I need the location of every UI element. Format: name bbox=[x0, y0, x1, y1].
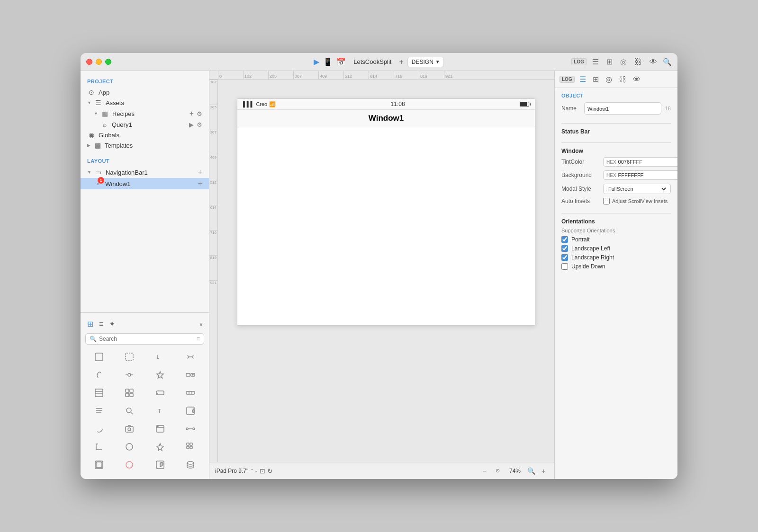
widget-gesture[interactable] bbox=[84, 366, 114, 383]
widget-star[interactable] bbox=[145, 366, 175, 383]
name-input[interactable] bbox=[587, 106, 658, 112]
tint-color-row: TintColor HEX bbox=[561, 157, 671, 167]
landscape-right-checkbox[interactable] bbox=[561, 254, 568, 261]
sidebar-item-recipes[interactable]: ▼ ▦ Recipes + ⚙ bbox=[81, 108, 209, 119]
widget-resize[interactable] bbox=[84, 438, 114, 455]
run-query-btn[interactable]: ▶ bbox=[189, 121, 194, 128]
panel-chevron[interactable]: ∨ bbox=[199, 321, 203, 328]
widget-circle[interactable] bbox=[115, 438, 144, 455]
close-button[interactable] bbox=[86, 59, 92, 65]
add-window-btn[interactable]: + bbox=[198, 179, 202, 188]
settings-query-btn[interactable]: ⚙ bbox=[197, 121, 202, 128]
zoom-in-btn[interactable]: + bbox=[538, 466, 549, 476]
star-view-btn[interactable]: ✦ bbox=[108, 319, 116, 329]
widget-star2[interactable] bbox=[145, 438, 175, 455]
widget-textfield[interactable] bbox=[145, 384, 175, 401]
widget-segmented[interactable] bbox=[176, 384, 205, 401]
device-chevron-icon[interactable]: ⌃⌄ bbox=[250, 468, 258, 473]
zoom-level: 74% bbox=[505, 468, 524, 474]
device-icon[interactable]: 📱 bbox=[323, 57, 333, 66]
widget-label[interactable]: L bbox=[145, 348, 175, 365]
search-icon[interactable]: 🔍 bbox=[663, 58, 672, 66]
target-icon[interactable]: ◎ bbox=[618, 56, 629, 67]
calendar-icon[interactable]: 📅 bbox=[336, 57, 346, 66]
log-badge[interactable]: LOG bbox=[571, 58, 587, 65]
prop-list-btn[interactable]: ☰ bbox=[578, 74, 588, 85]
portrait-checkbox[interactable] bbox=[561, 236, 568, 243]
log-badge2[interactable]: LOG bbox=[559, 76, 575, 83]
background-value[interactable] bbox=[618, 172, 677, 178]
zoom-reset-btn[interactable]: ⊙ bbox=[492, 466, 503, 476]
widget-camera[interactable] bbox=[115, 420, 144, 437]
search-input[interactable] bbox=[99, 336, 194, 342]
tint-color-input[interactable]: HEX bbox=[603, 157, 677, 167]
widget-multitext[interactable] bbox=[84, 402, 114, 419]
landscape-left-checkbox[interactable] bbox=[561, 245, 568, 252]
name-count: 18 bbox=[665, 106, 671, 111]
sidebar-item-app[interactable]: ⊙ App bbox=[81, 87, 209, 98]
tint-color-value[interactable] bbox=[618, 159, 677, 165]
sidebar-item-globals[interactable]: ◉ Globals bbox=[81, 130, 209, 140]
widget-view[interactable] bbox=[84, 348, 114, 365]
add-navbar-btn[interactable]: + bbox=[198, 168, 202, 177]
ruler-v-inner: 102 205 307 409 512 614 716 819 921 bbox=[209, 80, 217, 305]
sidebar-item-window1[interactable]: ▫ 1 Window1 + bbox=[81, 178, 209, 189]
widget-grid2[interactable] bbox=[115, 384, 144, 401]
widget-db[interactable] bbox=[176, 456, 205, 473]
zoom-search-btn[interactable]: 🔍 bbox=[527, 467, 535, 475]
eye-icon[interactable]: 👁 bbox=[648, 57, 659, 67]
list-view-btn[interactable]: ☰ bbox=[590, 56, 601, 67]
design-button[interactable]: DESIGN ▼ bbox=[407, 57, 444, 67]
widget-dashed[interactable] bbox=[115, 348, 144, 365]
maximize-button[interactable] bbox=[105, 59, 111, 65]
run-icon[interactable]: ▶ bbox=[314, 57, 319, 66]
widget-stack[interactable] bbox=[84, 456, 114, 473]
svg-rect-32 bbox=[126, 426, 133, 432]
sidebar-controls: ⊞ ≡ ✦ ∨ bbox=[81, 317, 209, 331]
prop-target-btn[interactable]: ◎ bbox=[604, 74, 614, 85]
tint-hex-label: HEX bbox=[606, 160, 616, 165]
widget-scroll[interactable] bbox=[176, 402, 205, 419]
link-icon[interactable]: ⛓ bbox=[632, 57, 644, 67]
list-view-btn2[interactable]: ≡ bbox=[98, 319, 104, 329]
widget-activity[interactable] bbox=[84, 420, 114, 437]
widget-tableview[interactable] bbox=[84, 384, 114, 401]
widget-stepper[interactable] bbox=[176, 366, 205, 383]
modal-style-select[interactable]: FullScreen PageSheet FormSheet Custom bbox=[606, 186, 668, 192]
grid-view-btn[interactable]: ⊞ bbox=[86, 319, 94, 329]
settings-recipes-btn[interactable]: ⚙ bbox=[197, 110, 202, 117]
prop-eye-btn[interactable]: 👁 bbox=[631, 74, 642, 85]
sidebar-item-assets[interactable]: ▼ ☰ Assets bbox=[81, 98, 209, 108]
supported-label: Supported Orientations bbox=[561, 228, 671, 233]
sidebar-item-templates[interactable]: ▶ ▤ Templates bbox=[81, 140, 209, 151]
split-view-btn[interactable]: ⊞ bbox=[605, 56, 614, 67]
widget-text[interactable]: T bbox=[145, 402, 175, 419]
widget-collection[interactable] bbox=[176, 438, 205, 455]
device-content[interactable] bbox=[237, 127, 535, 325]
background-input[interactable]: HEX bbox=[603, 170, 677, 180]
widget-link[interactable] bbox=[176, 348, 205, 365]
widget-webview[interactable] bbox=[145, 420, 175, 437]
widget-ring[interactable] bbox=[115, 456, 144, 473]
rotate-btn[interactable]: ↻ bbox=[267, 467, 273, 475]
fit-screen-btn[interactable]: ⊡ bbox=[260, 467, 265, 475]
list-icon[interactable]: ≡ bbox=[197, 336, 200, 342]
canvas-scroll[interactable]: ▌▌▌ Creo 📶 11:08 bbox=[218, 80, 554, 462]
widget-slider[interactable] bbox=[115, 366, 144, 383]
add-icon[interactable]: + bbox=[399, 58, 403, 66]
zoom-out-btn[interactable]: − bbox=[479, 466, 489, 476]
modal-style-dropdown[interactable]: FullScreen PageSheet FormSheet Custom bbox=[603, 184, 671, 194]
widget-map[interactable] bbox=[145, 456, 175, 473]
prop-grid-btn[interactable]: ⊞ bbox=[591, 74, 601, 85]
prop-link-btn[interactable]: ⛓ bbox=[617, 74, 628, 85]
widget-connect[interactable] bbox=[176, 420, 205, 437]
recipes-triangle: ▼ bbox=[94, 111, 98, 116]
minimize-button[interactable] bbox=[96, 59, 102, 65]
add-recipes-btn[interactable]: + bbox=[190, 109, 194, 118]
sidebar-item-query1[interactable]: ⌕ Query1 ▶ ⚙ bbox=[81, 119, 209, 130]
upside-down-checkbox[interactable] bbox=[561, 263, 568, 270]
widget-search[interactable] bbox=[115, 402, 144, 419]
sidebar-item-navBar1[interactable]: ▼ ▭ NavigationBar1 + bbox=[81, 167, 209, 178]
auto-insets-checkbox[interactable] bbox=[603, 198, 610, 204]
sidebar-item-label: Globals bbox=[99, 132, 119, 139]
